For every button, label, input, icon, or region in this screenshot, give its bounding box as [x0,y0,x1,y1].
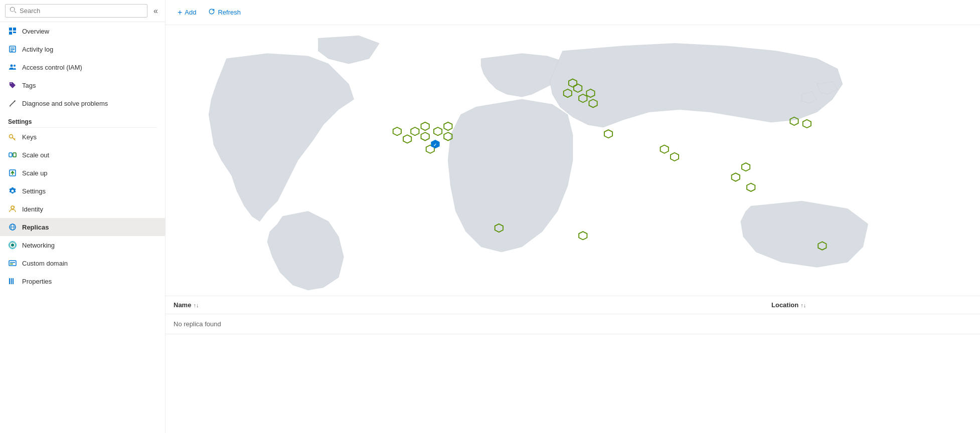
add-label: Add [185,9,196,16]
svg-text:✓: ✓ [433,143,437,147]
nav-item-scale-up[interactable]: Scale up [0,164,165,182]
people-icon [8,63,17,72]
nav-item-diagnose[interactable]: Diagnose and solve problems [0,94,165,112]
scale-up-icon [8,168,17,177]
nav-item-networking[interactable]: Networking [0,236,165,254]
svg-marker-47 [732,173,740,181]
svg-marker-48 [742,163,750,171]
nav-item-properties[interactable]: Properties [0,272,165,290]
svg-marker-49 [747,183,755,191]
svg-point-16 [11,206,14,209]
search-icon [10,7,17,15]
settings-section-label: Settings [0,112,165,127]
nav-label-diagnose: Diagnose and solve problems [22,100,108,107]
nav-label-keys: Keys [22,133,37,141]
col-name-sort-icon[interactable]: ↑↓ [193,302,199,308]
svg-marker-31 [411,127,419,135]
settings-icon [8,186,17,195]
identity-icon [8,204,17,213]
svg-rect-25 [10,264,13,265]
nav-label-custom-domain: Custom domain [22,260,68,267]
refresh-label: Refresh [218,9,241,16]
svg-point-8 [11,65,13,67]
add-button[interactable]: + Add [174,6,200,19]
nav-label-tags: Tags [22,82,36,89]
nav-item-settings[interactable]: Settings [0,182,165,200]
sidebar: « Overview Activity log [0,0,166,433]
tag-icon [8,81,17,90]
svg-marker-44 [604,130,612,138]
add-icon: + [178,8,182,17]
nav-item-identity[interactable]: Identity [0,200,165,218]
empty-message: No replica found [174,320,221,328]
replicas-icon [8,223,17,232]
nav-item-tags[interactable]: Tags [0,76,165,94]
nav-item-replicas[interactable]: Replicas [0,218,165,236]
toolbar: + Add Refresh [166,0,980,25]
svg-marker-46 [671,153,679,161]
svg-marker-30 [403,135,411,143]
nav-item-custom-domain[interactable]: Custom domain [0,254,165,272]
svg-rect-6 [11,49,15,50]
world-map: ✓ [166,25,980,296]
search-input[interactable] [20,7,143,15]
svg-rect-12 [13,153,16,157]
svg-marker-32 [421,132,429,140]
nav-item-keys[interactable]: Keys [0,128,165,146]
nav-label-scale-out: Scale out [22,151,49,159]
svg-marker-34 [434,127,442,135]
nav-label-scale-up: Scale up [22,169,48,177]
svg-marker-53 [579,232,587,240]
properties-icon [8,277,17,286]
map-svg: ✓ [166,25,980,296]
svg-marker-45 [661,145,669,153]
svg-marker-33 [421,122,429,130]
grid-icon [8,27,17,36]
svg-rect-3 [13,32,16,33]
svg-rect-27 [11,278,12,284]
sidebar-header: « [0,0,165,22]
nav-label-settings: Settings [22,187,46,195]
nav-label-networking: Networking [22,242,55,249]
svg-marker-36 [444,122,452,130]
activity-icon [8,45,17,54]
nav-label-properties: Properties [22,278,52,285]
nav-label-access-control: Access control (IAM) [22,64,82,71]
col-location-header[interactable]: Location ↑↓ [771,301,972,309]
svg-marker-29 [393,127,401,135]
nav-item-overview[interactable]: Overview [0,22,165,40]
col-location-sort-icon[interactable]: ↑↓ [800,302,806,308]
svg-rect-24 [10,262,15,263]
collapse-button[interactable]: « [151,5,160,18]
nav-label-activity-log: Activity log [22,46,53,53]
domain-icon [8,259,17,268]
nav-label-overview: Overview [22,28,49,35]
svg-rect-1 [13,28,16,31]
wrench-icon [8,99,17,108]
svg-rect-7 [11,51,13,52]
search-box[interactable] [5,4,147,18]
svg-rect-5 [11,48,15,49]
col-location-label: Location [771,301,798,309]
nav-item-access-control[interactable]: Access control (IAM) [0,58,165,76]
nav-item-activity-log[interactable]: Activity log [0,40,165,58]
nav-item-scale-out[interactable]: Scale out [0,146,165,164]
empty-row: No replica found [166,314,980,334]
table-header: Name ↑↓ Location ↑↓ [166,296,980,314]
svg-rect-2 [9,32,12,35]
refresh-button[interactable]: Refresh [204,6,245,19]
scale-out-icon [8,150,17,159]
refresh-icon [208,8,215,17]
svg-rect-28 [13,278,14,284]
svg-marker-51 [803,120,811,128]
svg-rect-26 [9,278,10,284]
main-content: + Add Refresh [166,0,980,433]
nav-label-replicas: Replicas [22,224,49,231]
networking-icon [8,241,17,250]
svg-point-9 [14,65,16,67]
svg-rect-11 [9,153,12,157]
svg-point-20 [11,244,14,247]
col-name-label: Name [174,301,191,309]
svg-rect-0 [9,28,12,31]
col-name-header[interactable]: Name ↑↓ [174,301,771,309]
